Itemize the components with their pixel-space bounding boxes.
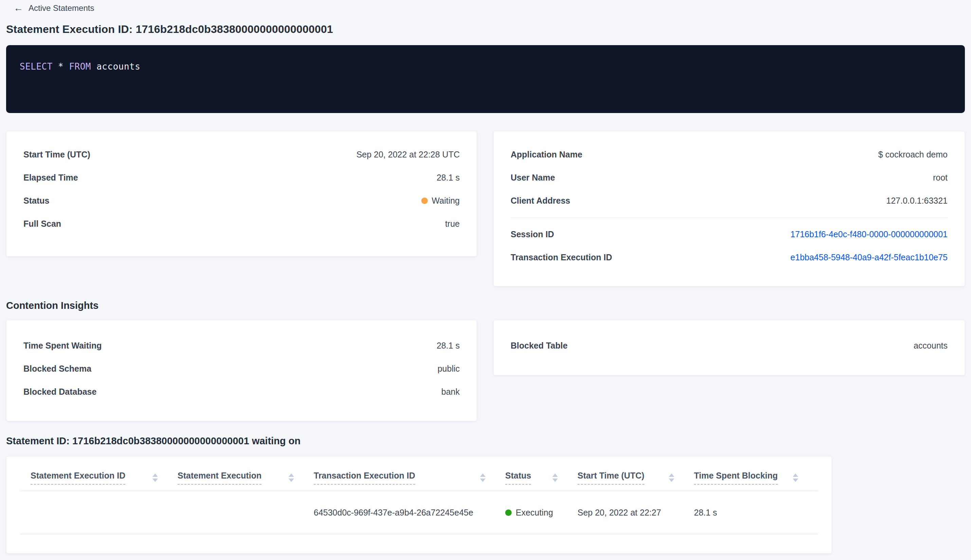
metric-label: Blocked Schema — [23, 364, 91, 374]
column-header-label: Statement Execution ID — [30, 471, 125, 485]
metric-label: Application Name — [511, 150, 582, 160]
column-header-transaction-execution-id[interactable]: Transaction Execution ID — [314, 471, 505, 485]
metric-value: 28.1 s — [437, 173, 460, 183]
metric-label: Blocked Database — [23, 387, 97, 397]
metric-value: root — [933, 173, 948, 183]
metric-label: Elapsed Time — [23, 173, 78, 183]
metric-label: Session ID — [511, 230, 554, 239]
metric-row-client-address: Client Address 127.0.0.1:63321 — [511, 189, 948, 212]
metric-row-session-id: Session ID 1716b1f6-4e0c-f480-0000-00000… — [511, 223, 948, 246]
card-divider — [511, 218, 948, 218]
sql-keyword: FROM — [69, 62, 91, 72]
status-value: Waiting — [421, 196, 460, 206]
metric-value: 127.0.0.1:63321 — [886, 196, 948, 206]
sql-statement: SELECT * FROM accounts — [20, 62, 951, 72]
status-text: Waiting — [432, 196, 460, 206]
metric-value: public — [438, 364, 460, 374]
cell-status: Executing — [505, 508, 577, 518]
session-details-card: Application Name $ cockroach demo User N… — [493, 131, 965, 287]
metric-row-start-time: Start Time (UTC) Sep 20, 2022 at 22:28 U… — [23, 143, 460, 166]
sql-keyword: SELECT — [20, 62, 53, 72]
waiting-on-heading: Statement ID: 1716b218dc0b38380000000000… — [6, 435, 965, 447]
metric-row-blocked-database: Blocked Database bank — [23, 380, 460, 403]
column-header-label: Time Spent Blocking — [694, 471, 778, 485]
metric-row-transaction-execution-id: Transaction Execution ID e1bba458-5948-4… — [511, 246, 948, 269]
column-header-label: Start Time (UTC) — [577, 471, 644, 485]
waiting-on-table-card: Statement Execution ID Statement Executi… — [6, 456, 832, 553]
metric-row-blocked-table: Blocked Table accounts — [511, 334, 948, 357]
cell-time-spent-blocking: 28.1 s — [694, 508, 818, 518]
metric-label: User Name — [511, 173, 555, 183]
metric-row-full-scan: Full Scan true — [23, 212, 460, 235]
metric-row-time-spent-waiting: Time Spent Waiting 28.1 s — [23, 334, 460, 357]
metric-label: Transaction Execution ID — [511, 253, 612, 262]
sort-arrows-icon[interactable] — [669, 473, 674, 482]
column-header-start-time[interactable]: Start Time (UTC) — [577, 471, 694, 485]
session-id-link[interactable]: 1716b1f6-4e0c-f480-0000-000000000001 — [791, 230, 948, 239]
contention-left-card: Time Spent Waiting 28.1 s Blocked Schema… — [6, 320, 477, 421]
page-title: Statement Execution ID: 1716b218dc0b3838… — [6, 23, 965, 36]
cell-transaction-execution-id: 64530d0c-969f-437e-a9b4-26a72245e45e — [314, 508, 505, 518]
metric-value: 28.1 s — [437, 341, 460, 351]
column-header-statement-execution[interactable]: Statement Execution — [178, 471, 314, 485]
metric-value: Sep 20, 2022 at 22:28 UTC — [357, 150, 460, 160]
metric-row-application-name: Application Name $ cockroach demo — [511, 143, 948, 166]
metric-value: bank — [441, 387, 460, 397]
status-executing-dot-icon — [505, 510, 512, 516]
sort-arrows-icon[interactable] — [480, 473, 486, 482]
sort-arrows-icon[interactable] — [552, 473, 558, 482]
metric-label: Status — [23, 196, 49, 206]
metric-value: accounts — [914, 341, 948, 351]
cell-start-time: Sep 20, 2022 at 22:27 — [577, 508, 694, 518]
metric-label: Blocked Table — [511, 341, 568, 351]
overview-cards-row: Start Time (UTC) Sep 20, 2022 at 22:28 U… — [6, 131, 965, 287]
sort-arrows-icon[interactable] — [152, 473, 158, 482]
table-row: 64530d0c-969f-437e-a9b4-26a72245e45e Exe… — [20, 491, 818, 534]
sort-arrows-icon[interactable] — [289, 473, 294, 482]
sql-text: * — [53, 62, 69, 72]
column-header-statement-execution-id[interactable]: Statement Execution ID — [30, 471, 178, 485]
page: ← Active Statements Statement Execution … — [0, 0, 971, 553]
column-header-label: Statement Execution — [178, 471, 262, 485]
column-header-label: Transaction Execution ID — [314, 471, 415, 485]
metric-label: Client Address — [511, 196, 571, 206]
metric-row-elapsed-time: Elapsed Time 28.1 s — [23, 166, 460, 189]
metric-row-user-name: User Name root — [511, 166, 948, 189]
statement-overview-card: Start Time (UTC) Sep 20, 2022 at 22:28 U… — [6, 131, 477, 257]
metric-label: Time Spent Waiting — [23, 341, 102, 351]
contention-insights-heading: Contention Insights — [6, 300, 965, 311]
metric-value: true — [445, 219, 460, 229]
metric-label: Start Time (UTC) — [23, 150, 90, 160]
metric-row-blocked-schema: Blocked Schema public — [23, 357, 460, 380]
arrow-left-icon: ← — [13, 3, 23, 13]
back-link-label: Active Statements — [28, 3, 94, 13]
back-link-active-statements[interactable]: ← Active Statements — [13, 3, 94, 13]
waiting-on-table-header-row: Statement Execution ID Statement Executi… — [20, 457, 818, 491]
column-header-status[interactable]: Status — [505, 471, 577, 485]
column-header-time-spent-blocking[interactable]: Time Spent Blocking — [694, 471, 818, 485]
metric-row-status: Status Waiting — [23, 189, 460, 212]
contention-cards-row: Time Spent Waiting 28.1 s Blocked Schema… — [6, 320, 965, 421]
sort-arrows-icon[interactable] — [793, 473, 798, 482]
sql-statement-box: SELECT * FROM accounts — [6, 45, 965, 113]
status-text: Executing — [516, 508, 553, 518]
metric-value: $ cockroach demo — [878, 150, 948, 160]
sql-text: accounts — [91, 62, 140, 72]
contention-right-card: Blocked Table accounts — [493, 320, 965, 375]
metric-label: Full Scan — [23, 219, 61, 229]
transaction-execution-id-link[interactable]: e1bba458-5948-40a9-a42f-5feac1b10e75 — [791, 253, 948, 262]
column-header-label: Status — [505, 471, 531, 485]
status-waiting-dot-icon — [421, 198, 428, 204]
